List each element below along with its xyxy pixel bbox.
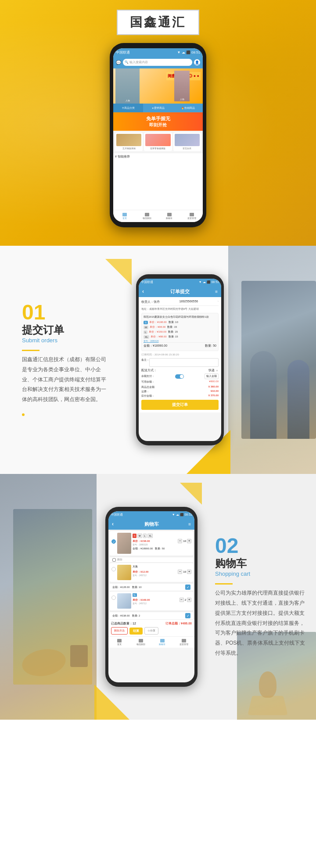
product-label-2: 花草零食健康版 <box>145 147 170 150</box>
phone-tab-hot[interactable]: 🔥 热销商品 <box>173 104 203 112</box>
product-item-2[interactable]: 花草零食健康版 <box>144 133 172 151</box>
promo-line1: 免单手握无 <box>146 115 170 122</box>
phone-carrier: 中国联通 <box>116 50 130 55</box>
qty-decrease-2[interactable]: − <box>178 570 182 574</box>
cart-item-1-id: 货号：1895320 <box>133 543 191 546</box>
nav-home[interactable]: 首页 <box>113 210 136 222</box>
submit-dot <box>22 410 110 418</box>
cart-checkout-button[interactable]: 结算 <box>129 628 143 635</box>
cart-item-1-price-row: 单价：¥158.00 − 10 + <box>133 539 191 543</box>
product-item-3[interactable]: 百宝女衣 <box>173 133 201 151</box>
nav-stock[interactable]: 进货管理 <box>180 210 203 222</box>
phone-tabs: ☰ 商品分类 ★ 爱样商品 🔥 热销商品 <box>113 104 203 112</box>
qty-decrease-1[interactable]: − <box>178 539 182 543</box>
size-xl-qty: 数量: 15 <box>169 335 178 339</box>
phone-tab-favorites[interactable]: ★ 爱样商品 <box>143 104 173 112</box>
order-arrow: › <box>218 300 219 304</box>
cart-item-2-checkbox[interactable] <box>111 567 116 571</box>
cart-menu-button[interactable]: ≡ <box>188 522 191 527</box>
order-title: 订单提交 <box>170 288 190 295</box>
cart-item-3-info: 5L 单价：¥169.00 − 2 + 货号：245712 <box>133 593 191 609</box>
banner-figure-left: 人物 <box>115 68 140 104</box>
order-shipping: 运费： ¥10.00 <box>141 390 219 394</box>
order-delivery-select[interactable]: 快递 ▼ <box>208 368 219 373</box>
cart-item-1-checkbox[interactable]: ✓ <box>111 539 116 544</box>
cart-back-button[interactable]: ‹ <box>112 521 114 527</box>
order-submit-button[interactable]: 提交订单 <box>141 400 219 410</box>
order-balance-toggle[interactable] <box>175 374 184 379</box>
banner-figure-right: 人物 <box>174 71 190 101</box>
cart-item-2-tick[interactable]: ✓ <box>185 585 190 590</box>
submit-number: 01 <box>22 302 110 323</box>
submit-right-photo <box>241 281 316 439</box>
qty-increase-1[interactable]: + <box>187 539 191 543</box>
coffee-mug-oval <box>20 646 68 679</box>
order-balance-input[interactable]: 输入金额 <box>205 373 219 379</box>
order-available-amount: ¥800.00 <box>209 380 219 384</box>
order-delivery-row: 配送方式： 快递 ▼ <box>141 368 219 373</box>
cart-phone-container: 中国联通 ▼ ☁ ⬛ 08:51 ‹ 购物车 ≡ ✓ <box>97 507 206 687</box>
product-img-3 <box>175 134 200 146</box>
cart-order-total: 订单总额：¥466.00 <box>165 621 192 626</box>
qty-decrease-3[interactable]: − <box>180 598 184 602</box>
hero-phone: 中国联通 ▼ ☁ ⬛ 08:51 💬 🔍 输入搜索内容 👤 人物 <box>110 43 206 227</box>
phone-outer: 中国联通 ▼ ☁ ⬛ 08:51 💬 🔍 输入搜索内容 👤 人物 <box>110 43 206 227</box>
order-available-row: 可用余额： ¥800.00 <box>141 380 219 384</box>
cart-item-1-qty: − 10 + <box>178 539 191 543</box>
cart-item-3-size-badge: 5L <box>133 593 137 597</box>
stock-icon <box>190 213 194 216</box>
cart-item-3-price-row: 单价：¥169.00 − 2 + <box>133 598 191 602</box>
phone-bottom-nav: 首页 物流跟踪 购物车 进货管理 <box>113 210 203 222</box>
phone-icons: ▼ ☁ ⬛ 08:51 <box>177 50 200 54</box>
qty-increase-3[interactable]: + <box>187 598 191 602</box>
cart-delete-checkbox-1[interactable] <box>112 558 116 562</box>
size-s-badge: S <box>133 534 136 538</box>
cart-nav-stock[interactable]: 进货管理 <box>173 637 194 648</box>
order-status-bar: 中国联通 ▼ ☁ ⬛ 08:51 <box>139 279 221 286</box>
size-m-badge: M <box>137 534 142 538</box>
cart-phone: 中国联通 ▼ ☁ ⬛ 08:51 ‹ 购物车 ≡ ✓ <box>105 507 198 687</box>
order-back-button[interactable]: ‹ <box>142 288 144 294</box>
logo-text: 国鑫通汇 <box>130 15 186 29</box>
cart-footer-summary: 已选商品数量：12 订单总额：¥466.00 <box>111 621 192 626</box>
product-item-1[interactable]: 五月锅饭美味 <box>115 133 143 151</box>
product-label-3: 百宝女衣 <box>175 147 200 150</box>
cart-nav-home[interactable]: 首页 <box>108 637 130 648</box>
order-payable: 应付金额： ¥ 370.00 <box>141 394 219 398</box>
search-placeholder: 输入搜索内容 <box>129 60 148 65</box>
nav-tracking[interactable]: 物流跟踪 <box>136 210 158 222</box>
logo-box: 国鑫通汇 <box>117 10 199 35</box>
order-size-l: L 单价：¥159.00 数量: 15 <box>144 330 216 334</box>
order-phone: 中国联通 ▼ ☁ ⬛ 08:51 ‹ 订单提交 ≡ 收货人：张丹 1892556… <box>136 274 224 445</box>
phone-products-grid: 五月锅饭美味 花草零食健康版 百宝女衣 <box>113 131 203 153</box>
cart-status-icons: ▼ ☁ ⬛ 08:51 <box>172 513 192 516</box>
product-label-1: 五月锅饭美味 <box>116 147 141 150</box>
phone-tab-category[interactable]: ☰ 商品分类 <box>113 104 143 112</box>
nav-cart[interactable]: 购物车 <box>158 210 180 222</box>
phone-search-box[interactable]: 🔍 输入搜索内容 <box>123 59 192 66</box>
size-m-qty: 数量: 15 <box>167 325 177 329</box>
order-address: 地址：成都市青羊区光华村阳光学德9号 大姑婆胡 <box>141 307 219 311</box>
phone-avatar: 👤 <box>194 59 200 65</box>
cart-item-3-tick[interactable]: ✓ <box>185 613 190 618</box>
cart-item-2: 大装 单价：¥12.00 − 10 + 货号：245712 <box>110 563 193 582</box>
cart-section: 中国联通 ▼ ☁ ⬛ 08:51 ‹ 购物车 ≡ ✓ <box>0 474 316 720</box>
cart-item-3-checkbox[interactable] <box>111 595 116 600</box>
order-note-input[interactable] <box>149 358 219 367</box>
cart-photo-inner <box>13 509 92 685</box>
qty-increase-2[interactable]: + <box>187 570 191 574</box>
cart-delete-button[interactable]: 删除所选 <box>111 627 128 635</box>
product-img-2 <box>145 134 170 146</box>
mug-body <box>259 671 276 698</box>
size-badge-l: L <box>144 330 147 334</box>
order-menu-button[interactable]: ≡ <box>215 289 218 294</box>
cart-left-photo <box>13 509 92 685</box>
size-s-price: 单价：¥198.00 <box>149 320 167 324</box>
cart-share-button[interactable]: ☆分享 <box>144 627 158 635</box>
cart-nav-tracking[interactable]: 物流跟踪 <box>130 637 151 648</box>
submit-description: 国鑫通汇信息技术（成都）有限公司是专业为各类企事业单位、中小企业、个体工商户提供… <box>22 355 110 405</box>
phone-status-bar: 中国联通 ▼ ☁ ⬛ 08:51 <box>113 48 203 56</box>
cart-nav-cart[interactable]: 购物车 <box>151 637 173 648</box>
cart-footer: 已选商品数量：12 订单总额：¥466.00 删除所选 结算 ☆分享 <box>108 619 194 636</box>
phone-nav-bar: 💬 🔍 输入搜索内容 👤 <box>113 56 203 68</box>
